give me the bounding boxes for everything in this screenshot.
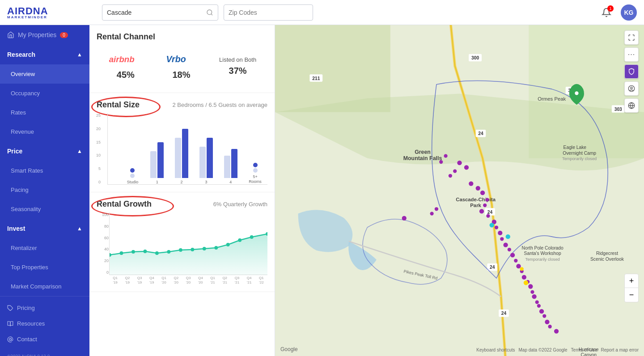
svg-point-85 [453, 170, 457, 173]
zip-input[interactable] [229, 9, 307, 16]
copyright-text: ©2022 AirDNA 9.12.0 [0, 351, 89, 356]
svg-point-66 [483, 203, 487, 207]
smart-rates-label: Smart Rates [11, 167, 43, 174]
zip-search[interactable] [224, 4, 313, 21]
research-label: Research [7, 51, 35, 58]
rental-size-section: Rental Size 2 Bedrooms / 6.5 Guests on a… [89, 93, 275, 192]
svg-text:Overnight Camp: Overnight Camp [563, 151, 596, 156]
svg-point-87 [444, 154, 447, 158]
vrbo-logo-svg: Vrbo [165, 52, 197, 66]
location-input[interactable] [107, 9, 203, 16]
map-filter-3[interactable] [624, 98, 639, 113]
sidebar-section-invest[interactable]: Invest ▲ [0, 219, 89, 238]
map-zoom-controls: + − [624, 274, 639, 302]
svg-point-101 [402, 216, 407, 220]
sidebar-item-pricing[interactable]: Pricing [0, 300, 89, 316]
svg-point-20 [238, 238, 242, 242]
svg-text:Park: Park [470, 203, 481, 208]
svg-text:airbnb: airbnb [109, 55, 134, 64]
growth-line-svg [110, 212, 267, 275]
svg-point-18 [214, 246, 218, 250]
svg-point-71 [498, 231, 502, 235]
svg-point-94 [539, 309, 544, 314]
sidebar-item-occupancy[interactable]: Occupancy [0, 84, 89, 103]
bar-5br: 5+Rooms [243, 113, 267, 184]
sidebar-item-overview[interactable]: Overview [0, 64, 89, 84]
vrbo-logo: Vrbo [165, 52, 197, 68]
occupancy-label: Occupancy [11, 90, 40, 97]
zoom-out-button[interactable]: − [624, 288, 639, 302]
rental-size-title: Rental Size [97, 100, 140, 109]
sidebar-item-my-properties[interactable]: My Properties 0 [0, 25, 89, 45]
svg-point-83 [532, 294, 536, 299]
rental-size-chart: 2520151050 Studio [97, 113, 267, 185]
svg-text:Temporarily closed: Temporarily closed [562, 157, 597, 161]
report-map-error-link[interactable]: Report a map error [601, 348, 639, 352]
sidebar-item-contact[interactable]: Contact [0, 331, 89, 347]
research-chevron-icon: ▲ [77, 51, 82, 58]
notification-badge: 1 [607, 5, 614, 12]
rental-growth-header: Rental Growth 6% Quarterly Growth [97, 199, 267, 209]
sidebar-item-smart-rates[interactable]: Smart Rates [0, 161, 89, 180]
svg-text:Cascade-Chipita: Cascade-Chipita [456, 197, 496, 202]
svg-text:211: 211 [312, 76, 320, 81]
svg-point-86 [449, 174, 452, 178]
sidebar-item-top-properties[interactable]: Top Properties [0, 258, 89, 277]
terms-of-use-link[interactable]: Terms of Use [571, 348, 597, 352]
sidebar-section-price[interactable]: Price ▲ [0, 141, 89, 161]
map-area[interactable]: 24 24 24 24 211 303 303 [275, 25, 644, 356]
svg-point-92 [520, 267, 524, 271]
svg-point-63 [476, 186, 480, 191]
rentalizer-label: Rentalizer [11, 245, 37, 251]
sidebar-item-revenue[interactable]: Revenue [0, 122, 89, 141]
sidebar-item-rates[interactable]: Rates [0, 103, 89, 122]
rental-channel-content: airbnb 45% Vrbo 18% [97, 47, 267, 85]
svg-point-19 [226, 243, 230, 246]
keyboard-shortcuts[interactable]: Keyboard shortcuts [476, 348, 515, 352]
revenue-label: Revenue [11, 128, 34, 135]
sidebar-item-pacing[interactable]: Pacing [0, 180, 89, 199]
resources-label: Resources [17, 320, 45, 327]
location-search[interactable] [102, 4, 218, 21]
svg-point-13 [155, 251, 159, 255]
sidebar-item-market-comparison[interactable]: Market Comparison [0, 277, 89, 296]
user-avatar[interactable]: KG [621, 4, 637, 21]
sidebar-item-rentalizer[interactable]: Rentalizer [0, 238, 89, 258]
svg-point-62 [469, 181, 473, 186]
map-filter-2[interactable] [624, 81, 639, 96]
svg-point-99 [435, 207, 438, 211]
zoom-in-button[interactable]: + [624, 274, 639, 288]
svg-point-14 [167, 250, 170, 254]
book-icon [7, 321, 13, 327]
svg-point-95 [542, 314, 546, 318]
sidebar-section-research[interactable]: Research ▲ [0, 45, 89, 64]
svg-text:North Pole Colorado: North Pole Colorado [521, 246, 564, 250]
rental-size-header: Rental Size 2 Bedrooms / 6.5 Guests on a… [97, 100, 267, 110]
fullscreen-button[interactable] [624, 30, 639, 45]
svg-point-84 [535, 300, 539, 304]
my-properties-label: My Properties [18, 31, 56, 38]
map-footer: Keyboard shortcuts Map data ©2022 Google… [476, 348, 639, 352]
map-filter-1[interactable] [624, 64, 639, 79]
airbnb-percentage: 45% [108, 70, 144, 80]
notification-button[interactable]: 1 [599, 5, 614, 20]
sidebar-item-seasonality[interactable]: Seasonality [0, 199, 89, 219]
svg-point-103 [631, 87, 632, 89]
rates-label: Rates [11, 109, 26, 116]
svg-point-59 [575, 91, 578, 95]
svg-point-60 [457, 161, 462, 165]
pacing-label: Pacing [11, 186, 29, 193]
sidebar-item-resources[interactable]: Resources [0, 316, 89, 331]
growth-chart-x-axis: Q1'19 Q2'19 Q3'19 Q4'19 Q1'20 Q2'20 Q3'2… [97, 276, 267, 284]
svg-point-70 [495, 225, 498, 229]
invest-chevron-icon: ▲ [77, 225, 82, 232]
map-background: 24 24 24 24 211 303 303 [275, 25, 644, 356]
svg-point-89 [490, 223, 494, 227]
rental-growth-subtitle: 6% Quarterly Growth [213, 201, 267, 208]
svg-text:Santa's Workshop: Santa's Workshop [524, 251, 561, 256]
map-more-button[interactable]: ··· [624, 47, 639, 62]
rental-channel-title: Rental Channel [97, 32, 267, 42]
svg-point-10 [120, 251, 123, 255]
svg-point-100 [430, 212, 434, 215]
bar-4br: 4 [218, 113, 243, 184]
